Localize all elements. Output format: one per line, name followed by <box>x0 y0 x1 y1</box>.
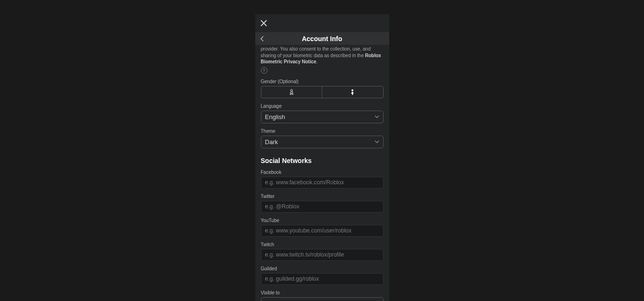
theme-value: Dark <box>265 138 278 146</box>
guilded-input[interactable] <box>261 273 384 285</box>
header-bar: Account Info <box>255 32 389 45</box>
female-icon <box>350 89 355 95</box>
top-bar <box>255 14 389 32</box>
help-icon[interactable]: ? <box>261 67 268 74</box>
facebook-input[interactable] <box>261 177 384 189</box>
guilded-label: Guilded <box>261 266 384 271</box>
svg-point-3 <box>351 89 353 91</box>
gender-toggle <box>261 86 384 98</box>
consent-period: . <box>316 59 318 64</box>
consent-fragment: provider. You also consent to the collec… <box>261 46 371 58</box>
twitch-input[interactable] <box>261 249 384 261</box>
chevron-down-icon <box>375 140 379 143</box>
back-icon[interactable] <box>260 35 265 42</box>
language-value: English <box>265 113 285 120</box>
social-networks-heading: Social Networks <box>261 157 384 164</box>
language-select[interactable]: English <box>261 111 384 123</box>
chevron-down-icon <box>375 115 379 118</box>
gender-option-male[interactable] <box>261 86 323 98</box>
consent-text: provider. You also consent to the collec… <box>261 46 384 65</box>
theme-select[interactable]: Dark <box>261 136 384 148</box>
twitch-label: Twitch <box>261 242 384 247</box>
youtube-label: YouTube <box>261 218 384 223</box>
account-info-panel: Account Info provider. You also consent … <box>255 14 389 301</box>
content-area: provider. You also consent to the collec… <box>255 45 389 301</box>
page-title: Account Info <box>255 35 389 43</box>
twitter-label: Twitter <box>261 194 384 199</box>
visible-to-label: Visible to <box>261 290 384 295</box>
svg-point-2 <box>291 89 293 91</box>
close-icon[interactable] <box>260 19 268 27</box>
youtube-input[interactable] <box>261 225 384 237</box>
gender-label: Gender (Optional) <box>261 79 384 84</box>
male-icon <box>289 89 294 95</box>
facebook-label: Facebook <box>261 170 384 175</box>
visible-to-select[interactable]: No one <box>261 297 384 301</box>
gender-option-female[interactable] <box>322 86 383 98</box>
theme-label: Theme <box>261 129 384 134</box>
twitter-input[interactable] <box>261 201 384 213</box>
language-label: Language <box>261 103 384 109</box>
